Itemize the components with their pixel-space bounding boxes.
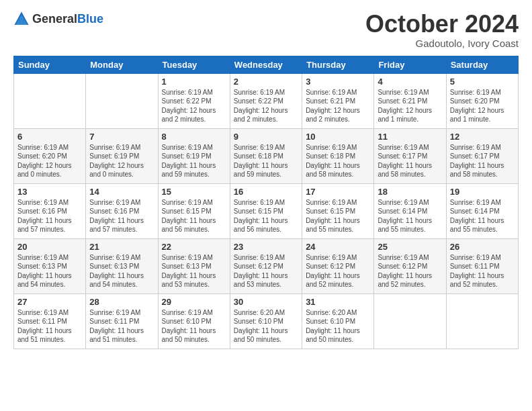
logo: GeneralBlue <box>13 11 103 27</box>
calendar-cell: 6Sunrise: 6:19 AM Sunset: 6:20 PM Daylig… <box>14 128 86 183</box>
day-info: Sunrise: 6:19 AM Sunset: 6:14 PM Dayligh… <box>450 198 515 234</box>
day-info: Sunrise: 6:19 AM Sunset: 6:18 PM Dayligh… <box>306 143 370 179</box>
logo-area: GeneralBlue <box>13 11 103 27</box>
day-number: 30 <box>234 297 298 307</box>
month-title: October 2024 <box>365 11 519 38</box>
header: GeneralBlue October 2024 Gadoutolo, Ivor… <box>13 11 519 49</box>
calendar-cell: 22Sunrise: 6:19 AM Sunset: 6:13 PM Dayli… <box>158 238 230 293</box>
day-info: Sunrise: 6:19 AM Sunset: 6:17 PM Dayligh… <box>378 143 442 179</box>
calendar-cell: 8Sunrise: 6:19 AM Sunset: 6:19 PM Daylig… <box>158 128 230 183</box>
day-info: Sunrise: 6:19 AM Sunset: 6:14 PM Dayligh… <box>378 198 442 234</box>
day-number: 26 <box>450 242 515 252</box>
day-number: 27 <box>17 297 82 307</box>
day-info: Sunrise: 6:19 AM Sunset: 6:22 PM Dayligh… <box>162 88 226 124</box>
day-info: Sunrise: 6:19 AM Sunset: 6:13 PM Dayligh… <box>162 253 226 289</box>
day-number: 11 <box>378 132 442 142</box>
day-number: 2 <box>234 77 298 87</box>
day-info: Sunrise: 6:19 AM Sunset: 6:12 PM Dayligh… <box>378 253 442 289</box>
week-row-1: 1Sunrise: 6:19 AM Sunset: 6:22 PM Daylig… <box>14 73 519 128</box>
calendar-cell: 23Sunrise: 6:19 AM Sunset: 6:12 PM Dayli… <box>230 238 302 293</box>
col-header-tuesday: Tuesday <box>158 56 230 73</box>
day-info: Sunrise: 6:19 AM Sunset: 6:15 PM Dayligh… <box>162 198 226 234</box>
day-info: Sunrise: 6:20 AM Sunset: 6:10 PM Dayligh… <box>234 308 298 345</box>
day-number: 14 <box>89 187 154 197</box>
day-number: 29 <box>162 297 226 307</box>
day-info: Sunrise: 6:19 AM Sunset: 6:16 PM Dayligh… <box>17 198 82 234</box>
day-number: 13 <box>17 187 82 197</box>
day-info: Sunrise: 6:20 AM Sunset: 6:10 PM Dayligh… <box>306 308 370 345</box>
day-number: 18 <box>378 187 442 197</box>
calendar-cell: 10Sunrise: 6:19 AM Sunset: 6:18 PM Dayli… <box>302 128 374 183</box>
calendar-cell: 13Sunrise: 6:19 AM Sunset: 6:16 PM Dayli… <box>14 183 86 238</box>
calendar-cell: 27Sunrise: 6:19 AM Sunset: 6:11 PM Dayli… <box>14 293 86 349</box>
day-info: Sunrise: 6:19 AM Sunset: 6:12 PM Dayligh… <box>306 253 370 289</box>
col-header-monday: Monday <box>86 56 158 73</box>
day-number: 21 <box>89 242 154 252</box>
day-number: 15 <box>162 187 226 197</box>
calendar-cell: 31Sunrise: 6:20 AM Sunset: 6:10 PM Dayli… <box>302 293 374 349</box>
calendar-cell: 9Sunrise: 6:19 AM Sunset: 6:18 PM Daylig… <box>230 128 302 183</box>
calendar-cell: 14Sunrise: 6:19 AM Sunset: 6:16 PM Dayli… <box>86 183 158 238</box>
day-info: Sunrise: 6:19 AM Sunset: 6:11 PM Dayligh… <box>17 308 82 345</box>
day-info: Sunrise: 6:19 AM Sunset: 6:17 PM Dayligh… <box>450 143 515 179</box>
calendar-cell <box>14 73 86 128</box>
week-row-5: 27Sunrise: 6:19 AM Sunset: 6:11 PM Dayli… <box>14 293 519 349</box>
day-number: 7 <box>89 132 154 142</box>
location-subtitle: Gadoutolo, Ivory Coast <box>365 38 519 49</box>
calendar-cell: 2Sunrise: 6:19 AM Sunset: 6:22 PM Daylig… <box>230 73 302 128</box>
day-number: 16 <box>234 187 298 197</box>
title-area: October 2024 Gadoutolo, Ivory Coast <box>365 11 519 49</box>
calendar-header-row: SundayMondayTuesdayWednesdayThursdayFrid… <box>14 56 519 73</box>
calendar-cell: 12Sunrise: 6:19 AM Sunset: 6:17 PM Dayli… <box>446 128 518 183</box>
day-info: Sunrise: 6:19 AM Sunset: 6:16 PM Dayligh… <box>89 198 154 234</box>
calendar-cell: 16Sunrise: 6:19 AM Sunset: 6:15 PM Dayli… <box>230 183 302 238</box>
calendar-cell: 17Sunrise: 6:19 AM Sunset: 6:15 PM Dayli… <box>302 183 374 238</box>
day-number: 23 <box>234 242 298 252</box>
calendar-cell: 25Sunrise: 6:19 AM Sunset: 6:12 PM Dayli… <box>374 238 446 293</box>
day-number: 25 <box>378 242 442 252</box>
day-info: Sunrise: 6:19 AM Sunset: 6:21 PM Dayligh… <box>378 88 442 124</box>
week-row-4: 20Sunrise: 6:19 AM Sunset: 6:13 PM Dayli… <box>14 238 519 293</box>
day-number: 6 <box>17 132 82 142</box>
page: GeneralBlue October 2024 Gadoutolo, Ivor… <box>0 0 532 411</box>
col-header-thursday: Thursday <box>302 56 374 73</box>
col-header-friday: Friday <box>374 56 446 73</box>
calendar-cell: 11Sunrise: 6:19 AM Sunset: 6:17 PM Dayli… <box>374 128 446 183</box>
day-info: Sunrise: 6:19 AM Sunset: 6:13 PM Dayligh… <box>17 253 82 289</box>
day-number: 9 <box>234 132 298 142</box>
day-info: Sunrise: 6:19 AM Sunset: 6:20 PM Dayligh… <box>450 88 515 124</box>
calendar-cell: 15Sunrise: 6:19 AM Sunset: 6:15 PM Dayli… <box>158 183 230 238</box>
day-info: Sunrise: 6:19 AM Sunset: 6:18 PM Dayligh… <box>234 143 298 179</box>
week-row-2: 6Sunrise: 6:19 AM Sunset: 6:20 PM Daylig… <box>14 128 519 183</box>
calendar-cell: 28Sunrise: 6:19 AM Sunset: 6:11 PM Dayli… <box>86 293 158 349</box>
day-info: Sunrise: 6:19 AM Sunset: 6:11 PM Dayligh… <box>450 253 515 289</box>
calendar-cell: 18Sunrise: 6:19 AM Sunset: 6:14 PM Dayli… <box>374 183 446 238</box>
calendar-cell: 7Sunrise: 6:19 AM Sunset: 6:19 PM Daylig… <box>86 128 158 183</box>
calendar-cell: 3Sunrise: 6:19 AM Sunset: 6:21 PM Daylig… <box>302 73 374 128</box>
calendar-cell: 1Sunrise: 6:19 AM Sunset: 6:22 PM Daylig… <box>158 73 230 128</box>
day-number: 31 <box>306 297 370 307</box>
day-info: Sunrise: 6:19 AM Sunset: 6:22 PM Dayligh… <box>234 88 298 124</box>
day-number: 28 <box>89 297 154 307</box>
day-number: 17 <box>306 187 370 197</box>
calendar-cell: 19Sunrise: 6:19 AM Sunset: 6:14 PM Dayli… <box>446 183 518 238</box>
day-info: Sunrise: 6:19 AM Sunset: 6:15 PM Dayligh… <box>234 198 298 234</box>
day-info: Sunrise: 6:19 AM Sunset: 6:12 PM Dayligh… <box>234 253 298 289</box>
day-number: 20 <box>17 242 82 252</box>
calendar-cell: 30Sunrise: 6:20 AM Sunset: 6:10 PM Dayli… <box>230 293 302 349</box>
day-info: Sunrise: 6:19 AM Sunset: 6:20 PM Dayligh… <box>17 143 82 179</box>
calendar-table: SundayMondayTuesdayWednesdayThursdayFrid… <box>13 56 519 349</box>
day-info: Sunrise: 6:19 AM Sunset: 6:19 PM Dayligh… <box>162 143 226 179</box>
calendar-cell: 20Sunrise: 6:19 AM Sunset: 6:13 PM Dayli… <box>14 238 86 293</box>
logo-icon <box>13 11 30 27</box>
calendar-cell: 5Sunrise: 6:19 AM Sunset: 6:20 PM Daylig… <box>446 73 518 128</box>
day-number: 12 <box>450 132 515 142</box>
calendar-cell <box>86 73 158 128</box>
day-number: 19 <box>450 187 515 197</box>
day-info: Sunrise: 6:19 AM Sunset: 6:21 PM Dayligh… <box>306 88 370 124</box>
day-number: 4 <box>378 77 442 87</box>
calendar-cell <box>446 293 518 349</box>
day-info: Sunrise: 6:19 AM Sunset: 6:15 PM Dayligh… <box>306 198 370 234</box>
calendar-cell: 4Sunrise: 6:19 AM Sunset: 6:21 PM Daylig… <box>374 73 446 128</box>
day-number: 3 <box>306 77 370 87</box>
